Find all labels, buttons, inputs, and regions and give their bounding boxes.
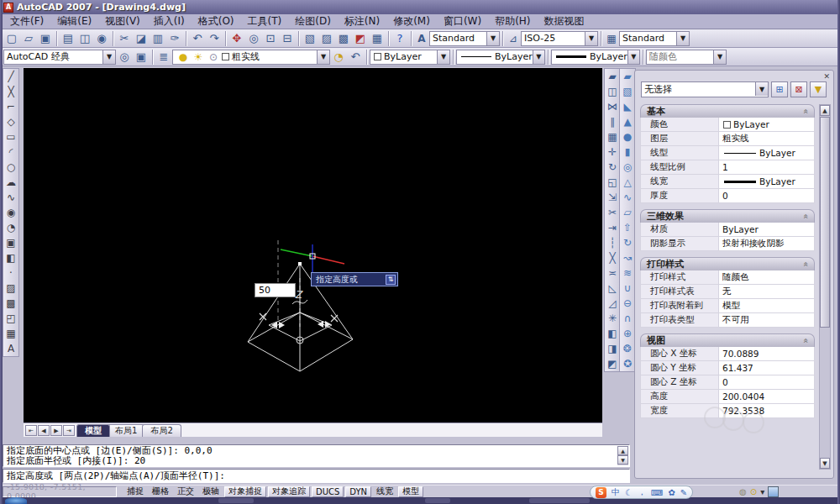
tab-模型[interactable]: 模型 — [76, 424, 110, 437]
select-objects-icon[interactable]: ⊠ — [790, 81, 807, 97]
polygon-icon[interactable]: ◇ — [3, 114, 18, 129]
toggle-正交[interactable]: 正交 — [174, 486, 197, 497]
toolbar-lock-icon[interactable]: ⊙ — [750, 487, 757, 496]
rotate-icon[interactable]: ↻ — [605, 160, 620, 175]
toggle-模型[interactable]: 模型 — [398, 486, 423, 497]
chevron-down-icon[interactable]: ▼ — [437, 50, 449, 64]
tool-palettes-icon[interactable]: ▨ — [318, 30, 335, 47]
subtract-icon[interactable]: ⊖ — [620, 296, 635, 311]
pan-icon[interactable]: ✥ — [228, 30, 245, 47]
prop-value[interactable]: 1 — [719, 160, 815, 175]
draworder-object-icon[interactable]: ◩ — [605, 356, 620, 371]
prop-value[interactable]: 投射和接收阴影 — [719, 237, 815, 251]
layer-freeze-sun-icon[interactable]: ☀ — [191, 51, 206, 63]
chamfer-icon[interactable]: ◺ — [605, 281, 620, 296]
clean-screen-button[interactable] — [768, 486, 779, 497]
height-input-field[interactable]: 50 — [255, 283, 296, 297]
extrude-icon[interactable]: ⇧ — [620, 220, 635, 235]
prop-value[interactable]: 0 — [719, 189, 815, 203]
markup-icon[interactable]: ◩ — [352, 30, 369, 47]
helix-icon[interactable]: ∿ — [620, 190, 635, 205]
quickcalc-icon[interactable]: ▦ — [369, 30, 386, 47]
rectangle-icon[interactable]: ▭ — [3, 129, 18, 144]
scroll-up-icon[interactable]: ▲ — [820, 105, 830, 116]
help-icon[interactable]: ? — [391, 30, 408, 47]
command-history[interactable]: ▲ ▼ 指定底面的中心点或 [边(E)/侧面(S)]: 0,0,0指定底面半径或… — [3, 444, 630, 467]
insert-block-icon[interactable]: ▣ — [3, 235, 18, 250]
menu-item-6[interactable]: 绘图(D) — [288, 15, 338, 29]
prop-value[interactable]: 随颜色 — [719, 270, 815, 285]
ellipse-arc-icon[interactable]: ◔ — [3, 220, 18, 235]
dim-style-combo[interactable]: ISO-25 ▼ — [521, 31, 598, 46]
circle-icon[interactable]: ○ — [3, 160, 18, 175]
erase-icon[interactable]: ▰ — [605, 69, 620, 84]
toggle-DYN[interactable]: DYN — [345, 486, 371, 497]
point-icon[interactable]: · — [3, 265, 18, 281]
revcloud-icon[interactable]: ☁ — [3, 175, 18, 190]
scrollbar-thumb[interactable] — [820, 117, 830, 328]
chevron-down-icon[interactable]: ▼ — [713, 50, 726, 64]
region-icon[interactable]: ◰ — [3, 311, 18, 326]
cylinder-icon[interactable]: ▮ — [620, 144, 635, 160]
move-icon[interactable]: ✛ — [605, 144, 620, 160]
plot-icon[interactable]: ▤ — [60, 30, 76, 47]
section-header[interactable]: 基本« — [640, 104, 815, 118]
plot-preview-icon[interactable]: ◫ — [76, 30, 93, 47]
workspace-combo[interactable]: AutoCAD 经典 ▼ — [3, 50, 116, 65]
zoom-window-icon[interactable]: ⊡ — [262, 30, 279, 47]
stretch-icon[interactable]: ⇲ — [605, 190, 620, 205]
planesurf-icon[interactable]: ▱ — [620, 205, 635, 220]
array-icon[interactable]: ▦ — [605, 129, 620, 144]
layer-previous-icon[interactable]: ↶ — [347, 49, 364, 66]
chevron-down-icon[interactable]: ▼ — [676, 32, 689, 45]
text-style-combo[interactable]: Standard ▼ — [429, 31, 500, 46]
publish-icon[interactable]: ◉ — [93, 30, 110, 47]
sphere-icon[interactable]: ● — [620, 129, 635, 144]
toggle-pickadd-icon[interactable]: ⊞ — [771, 81, 788, 97]
explode-icon[interactable]: ✳ — [605, 311, 620, 326]
box-icon[interactable]: ▧ — [620, 84, 635, 99]
section-header[interactable]: 视图« — [640, 333, 815, 347]
match-properties-icon[interactable]: ✑ — [166, 30, 183, 47]
designcenter-icon[interactable]: ▧ — [302, 30, 318, 47]
scroll-down-icon[interactable]: ▼ — [820, 458, 830, 469]
toggle-极轴[interactable]: 极轴 — [199, 486, 223, 497]
prop-value[interactable]: 0 — [719, 375, 815, 390]
toggle-栅格[interactable]: 栅格 — [149, 486, 172, 497]
extend-icon[interactable]: ⇥ — [605, 220, 620, 235]
arc-icon[interactable]: ◜ — [3, 144, 18, 160]
ime-settings-icon[interactable]: ✎ — [680, 488, 687, 497]
torus-icon[interactable]: ◎ — [620, 160, 635, 175]
collapse-icon[interactable]: « — [801, 108, 810, 113]
menu-item-11[interactable]: 数据视图 — [538, 15, 591, 29]
spline-icon[interactable]: ∿ — [3, 190, 18, 205]
toggle-对象追踪[interactable]: 对象追踪 — [268, 486, 310, 497]
prop-value[interactable]: ByLayer — [719, 175, 815, 189]
ime-punctuation-icon[interactable]: ， — [638, 486, 646, 498]
tab-nav-icon-1[interactable]: ◀ — [38, 425, 50, 436]
prop-value[interactable]: 61.437 — [719, 361, 815, 375]
draworder-front-icon[interactable]: ◧ — [605, 326, 620, 341]
polyline-icon[interactable]: ⌐ — [3, 99, 18, 114]
menu-item-1[interactable]: 编辑(E) — [50, 15, 98, 29]
fillet-icon[interactable]: ◿ — [605, 296, 620, 311]
toggle-捕捉[interactable]: 捕捉 — [123, 486, 147, 497]
chevron-down-icon[interactable]: ▼ — [755, 82, 768, 96]
cone-icon[interactable]: ▲ — [620, 114, 635, 129]
open-icon[interactable]: ▱ — [20, 30, 37, 47]
break-icon[interactable]: ╳ — [605, 250, 620, 265]
prop-value[interactable]: ByLayer — [719, 146, 815, 160]
prop-value[interactable]: 粗实线 — [719, 132, 815, 146]
construction-line-icon[interactable]: ╳ — [3, 84, 18, 99]
command-input[interactable]: 指定高度或 [两点(2P)/轴端点(A)/顶面半径(T)]: — [3, 469, 630, 483]
plotstyle-combo[interactable]: 随颜色 ▼ — [646, 50, 727, 65]
save-workspace-icon[interactable]: ▣ — [133, 49, 150, 66]
close-icon[interactable]: ✕ — [823, 72, 830, 81]
menu-item-5[interactable]: 工具(T) — [241, 15, 289, 29]
table-style-combo[interactable]: Standard ▼ — [619, 31, 690, 46]
sogou-logo-icon[interactable]: S — [596, 487, 606, 498]
scroll-down-icon[interactable]: ▼ — [617, 455, 628, 465]
join-icon[interactable]: ≍ — [605, 265, 620, 281]
lineweight-combo[interactable]: ByLayer ▼ — [551, 50, 640, 65]
status-tray-warning-icon[interactable]: ◍ — [739, 487, 747, 496]
